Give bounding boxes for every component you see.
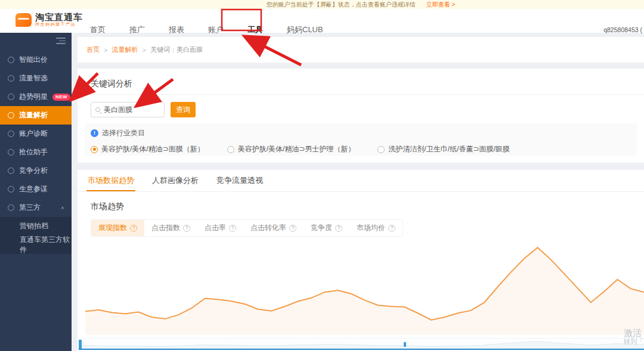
sidebar-item-third-party[interactable]: 第三方 ∧ [0, 198, 72, 217]
sidebar-item-label: 智能出价 [19, 55, 48, 65]
market-data-panel: 市场数据趋势 人群画像分析 竞争流量透视 市场趋势 展现指数 ? 点击指数 ? … [78, 170, 644, 351]
sidebar-item-label: 竞争分析 [19, 166, 48, 176]
main-content: 首页 > 流量解析 > 关键词：美白面膜 关键词分析 美白面膜 查询 ! 选择行… [72, 33, 644, 351]
panel-title: 关键词分析 [91, 79, 132, 89]
metric-label: 点击转化率 [250, 223, 286, 233]
category-option-label: 美容护肤/美体/精油⊃男士护理（新） [238, 144, 355, 154]
search-input-value: 美白面膜 [104, 105, 132, 115]
notice-text: 您的账户当前处于【屏蔽】状态，点击查看账户违规详情 [267, 1, 416, 9]
sidebar-item-account-diagnosis[interactable]: 账户诊断 [0, 125, 72, 143]
category-option-label: 洗护清洁剂/卫生巾/纸/香薰⊃面膜/眼膜 [388, 144, 509, 154]
traffic-analysis-icon [8, 112, 14, 119]
category-option-2[interactable]: 美容护肤/美体/精油⊃男士护理（新） [227, 144, 355, 154]
top-header: 淘宝直通车 阿里妈妈旗下产品 首页 推广 报表 账户 工具 妈妈CLUB q82… [0, 9, 644, 33]
radio-selected-icon[interactable] [91, 146, 98, 153]
help-icon[interactable]: ? [388, 225, 395, 232]
help-icon[interactable]: ? [335, 225, 342, 232]
traffic-select-icon [8, 75, 14, 82]
trend-star-icon [8, 94, 14, 100]
account-notice-bar: 您的账户当前处于【屏蔽】状态，点击查看账户违规详情 立即查看 > [0, 0, 644, 9]
competition-analysis-icon [8, 167, 14, 174]
tab-market-data-trend[interactable]: 市场数据趋势 [86, 170, 135, 191]
sidebar-item-sycm[interactable]: 生意参谋 [0, 180, 72, 198]
sidebar-item-competition-analysis[interactable]: 竞争分析 [0, 161, 72, 180]
keyword-search-input[interactable]: 美白面膜 [91, 102, 165, 117]
sidebar-subitem-third-party-software[interactable]: 直通车第三方软件 [0, 235, 72, 254]
chevron-up-icon: ∧ [60, 206, 64, 210]
third-party-icon [8, 204, 14, 211]
smart-bid-icon [8, 57, 14, 63]
radio-icon[interactable] [377, 146, 385, 153]
category-options: 美容护肤/美体/精油⊃面膜（新） 美容护肤/美体/精油⊃男士护理（新） 洗护清洁… [91, 144, 631, 154]
new-badge: NEW [52, 94, 70, 101]
category-option-3[interactable]: 洗护清洁剂/卫生巾/纸/香薰⊃面膜/眼膜 [377, 144, 509, 154]
logo-title: 淘宝直通车 [35, 13, 83, 22]
sycm-icon [8, 186, 14, 192]
sidebar-item-smart-bid[interactable]: 智能出价 [0, 51, 72, 69]
app-logo[interactable]: 淘宝直通车 阿里妈妈旗下产品 [16, 13, 83, 27]
sidebar-item-label: 第三方 [19, 203, 41, 213]
breadcrumb-home[interactable]: 首页 [86, 45, 100, 54]
sidebar-item-label: 抢位助手 [19, 147, 48, 157]
sidebar-item-label: 流量智选 [19, 73, 48, 83]
trend-line-chart [85, 234, 644, 335]
sidebar-menu: 智能出价 流量智选 趋势明星 NEW 流量解析 账户诊断 抢位助手 [0, 33, 72, 254]
sidebar-subitem-marketing-partner[interactable]: 营销拍档 [0, 217, 72, 235]
sidebar-item-label: 趋势明星 [19, 92, 48, 102]
datazoom-middle-handle[interactable] [404, 342, 406, 347]
radio-icon[interactable] [227, 146, 234, 153]
metric-label: 点击率 [205, 223, 226, 233]
keyword-analysis-panel: 关键词分析 美白面膜 查询 ! 选择行业类目 美容护肤/美体/精油⊃面膜（新） [78, 69, 644, 163]
sidebar-item-rank-helper[interactable]: 抢位助手 [0, 143, 72, 161]
sidebar: 智能出价 流量智选 趋势明星 NEW 流量解析 账户诊断 抢位助手 [0, 33, 72, 351]
breadcrumb: 首页 > 流量解析 > 关键词：美白面膜 [78, 37, 644, 63]
category-hint: 选择行业类目 [102, 128, 145, 138]
logo-icon [16, 13, 32, 27]
sidebar-item-traffic-select[interactable]: 流量智选 [0, 69, 72, 88]
account-diagnosis-icon [8, 131, 14, 137]
collapse-sidebar-icon[interactable] [56, 38, 66, 45]
divider [78, 94, 644, 95]
notice-view-link[interactable]: 立即查看 > [426, 1, 456, 9]
app-window: 您的账户当前处于【屏蔽】状态，点击查看账户违规详情 立即查看 > 淘宝直通车 阿… [0, 0, 644, 351]
category-option-1[interactable]: 美容护肤/美体/精油⊃面膜（新） [91, 144, 205, 154]
tab-competition-traffic[interactable]: 竞争流量透视 [215, 170, 264, 191]
sidebar-item-trend-star[interactable]: 趋势明星 NEW [0, 88, 72, 106]
help-icon[interactable]: ? [229, 225, 236, 232]
sidebar-item-traffic-analysis[interactable]: 流量解析 [0, 106, 72, 125]
tab-bar: 市场数据趋势 人群画像分析 竞争流量透视 [78, 170, 644, 192]
chart-datazoom-slider[interactable] [79, 338, 644, 350]
datazoom-track-line [79, 349, 644, 350]
query-button[interactable]: 查询 [171, 102, 196, 117]
breadcrumb-separator: > [104, 46, 107, 54]
datazoom-left-handle[interactable] [79, 340, 82, 349]
breadcrumb-section[interactable]: 流量解析 [112, 45, 138, 54]
breadcrumb-separator: > [142, 46, 145, 54]
sidebar-item-label: 流量解析 [19, 110, 48, 120]
tab-audience-portrait[interactable]: 人群画像分析 [151, 170, 200, 191]
category-select-box: ! 选择行业类目 美容护肤/美体/精油⊃面膜（新） 美容护肤/美体/精油⊃男士护… [85, 123, 637, 156]
sidebar-subitem-label: 直通车第三方软件 [20, 235, 72, 255]
help-icon[interactable]: ? [130, 225, 137, 232]
help-icon[interactable]: ? [289, 225, 296, 232]
sidebar-subitem-label: 营销拍档 [20, 221, 48, 231]
metric-label: 市场均价 [357, 223, 385, 233]
sidebar-item-label: 生意参谋 [19, 184, 48, 194]
breadcrumb-current: 关键词：美白面膜 [150, 45, 203, 54]
metric-label: 展现指数 [98, 223, 127, 233]
search-icon [95, 107, 100, 112]
help-icon[interactable]: ? [183, 225, 190, 232]
metric-label: 竞争度 [311, 223, 332, 233]
logo-subtitle: 阿里妈妈旗下产品 [35, 22, 83, 27]
category-option-label: 美容护肤/美体/精油⊃面膜（新） [101, 144, 205, 154]
metric-label: 点击指数 [151, 223, 180, 233]
sidebar-item-label: 账户诊断 [19, 129, 48, 139]
market-trend-title: 市场趋势 [91, 201, 644, 212]
rank-helper-icon [8, 149, 14, 156]
info-icon: ! [91, 129, 98, 137]
